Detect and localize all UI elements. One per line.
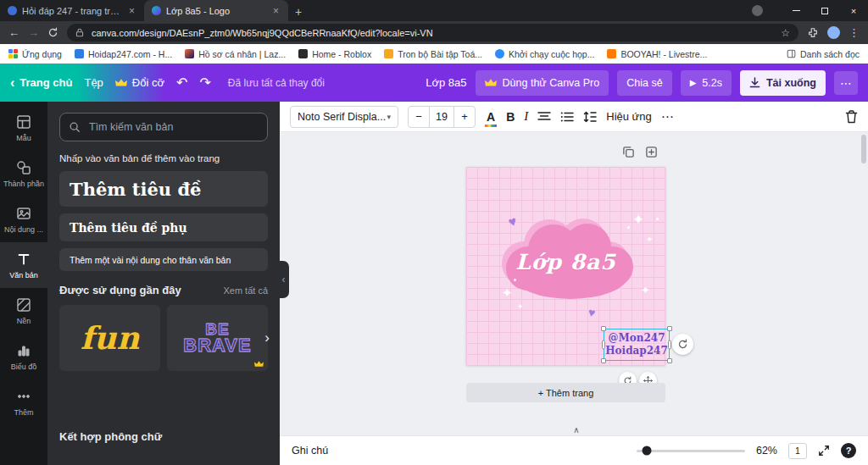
width-handle[interactable]	[668, 340, 671, 350]
redo-button[interactable]: ↷	[199, 75, 210, 91]
profile-avatar[interactable]	[827, 26, 840, 39]
logo-text[interactable]: Lớp 8a5	[466, 250, 665, 274]
add-page-above-button[interactable]	[645, 146, 658, 158]
present-button[interactable]: ▶ 5.2s	[681, 70, 732, 96]
fullscreen-button[interactable]	[818, 445, 830, 457]
panel-collapse-button[interactable]: ‹	[278, 261, 289, 298]
sidebar-item-charts[interactable]: Biểu đồ	[0, 334, 47, 379]
close-icon[interactable]: ×	[127, 5, 136, 17]
collapse-panel-button[interactable]: ∧	[565, 425, 588, 435]
design-page[interactable]: Lớp 8a5 ♥ ♥ ✦ ✦ ✦ ✦ ✦ @Mon247 Hoidap247	[466, 167, 665, 365]
help-button[interactable]: ?	[841, 443, 856, 458]
extensions-puzzle-icon[interactable]	[807, 27, 819, 39]
selection-action-button[interactable]	[672, 334, 693, 355]
bookmark-star-icon[interactable]: ☆	[781, 27, 790, 39]
text-search-box[interactable]	[59, 113, 268, 141]
back-icon[interactable]: ←	[8, 27, 19, 38]
text-line: Hoidap247	[605, 345, 668, 357]
download-button[interactable]: Tải xuống	[740, 70, 826, 96]
browser-address-bar: ← → ☆ ⋮	[0, 21, 868, 44]
font-family-select[interactable]: Noto Serif Displa... ▾	[290, 106, 398, 128]
increase-font-button[interactable]: +	[454, 110, 475, 123]
header-more-button[interactable]: ⋯	[834, 71, 858, 95]
browser-profile-icon[interactable]	[752, 5, 763, 16]
file-menu-button[interactable]: Tệp	[84, 76, 103, 89]
notes-button[interactable]: Ghi chú	[292, 445, 328, 457]
zoom-slider[interactable]	[637, 450, 745, 452]
bookmark-apps[interactable]: Ứng dụng	[8, 49, 62, 59]
sidebar-item-text[interactable]: Văn bản	[0, 242, 47, 288]
url-field[interactable]: ☆	[67, 24, 798, 42]
bookmark-booyah[interactable]: BOOYAH! - Livestre...	[607, 49, 707, 59]
sidebar-item-uploads[interactable]: Nội dung ...	[0, 197, 47, 242]
resize-handle[interactable]	[667, 358, 672, 363]
templates-icon	[15, 113, 32, 130]
bookmark-roblox[interactable]: Home - Roblox	[298, 49, 371, 59]
zoom-slider-knob[interactable]	[642, 446, 651, 456]
reading-list-button[interactable]: Danh sách đọc	[787, 49, 860, 59]
browser-menu-icon[interactable]: ⋮	[849, 27, 860, 38]
canvas-scrollbar[interactable]	[861, 135, 866, 163]
width-handle[interactable]	[602, 340, 605, 350]
sidebar-item-more[interactable]: Thêm	[0, 379, 47, 425]
save-status: Đã lưu tất cả thay đổi	[228, 77, 325, 89]
new-tab-button[interactable]: +	[288, 3, 309, 21]
page-indicator[interactable]: 1	[788, 443, 807, 459]
search-input[interactable]	[87, 120, 259, 134]
sparkle-dot	[514, 279, 516, 281]
refresh-icon[interactable]	[47, 27, 58, 38]
effects-button[interactable]: Hiệu ứng	[606, 110, 652, 123]
bookmark-lazada[interactable]: Hồ sơ cá nhân | Laz...	[185, 49, 286, 59]
alignment-button[interactable]	[537, 111, 551, 123]
add-body-text-button[interactable]: Thêm một vài nội dung cho thân văn bản	[59, 248, 268, 271]
zoom-value[interactable]: 62%	[756, 445, 777, 457]
url-input[interactable]	[90, 27, 775, 39]
sidebar-item-elements[interactable]: Thành phần	[0, 151, 47, 197]
decrease-font-button[interactable]: −	[409, 110, 429, 123]
duplicate-page-button[interactable]	[622, 146, 635, 158]
bold-button[interactable]: B	[506, 110, 515, 124]
resize-handle[interactable]	[667, 326, 672, 331]
add-page-button[interactable]: + Thêm trang	[466, 383, 665, 402]
sidebar-item-templates[interactable]: Mẫu	[0, 105, 47, 151]
font-family-value: Noto Serif Displa...	[298, 111, 386, 123]
text-style-tile-fun[interactable]: fun	[59, 305, 160, 371]
resize-button[interactable]: Đổi cỡ	[115, 76, 164, 89]
delete-element-button[interactable]	[845, 110, 858, 124]
sidebar-item-background[interactable]: Nền	[0, 288, 47, 334]
selected-text-element[interactable]: @Mon247 Hoidap247	[604, 329, 670, 361]
text-color-button[interactable]: A	[485, 110, 497, 124]
text-style-tile-be-brave[interactable]: BE BRAVE	[167, 305, 268, 371]
share-button[interactable]: Chia sẻ	[617, 70, 671, 96]
bookmark-toan[interactable]: Tron bộ Bài tập Toá...	[384, 49, 482, 59]
resize-handle[interactable]	[601, 326, 606, 331]
list-button[interactable]	[560, 111, 574, 123]
browser-tab-canva[interactable]: Lớp 8a5 - Logo ×	[144, 0, 288, 21]
browser-tab-hoidap[interactable]: Hỏi đáp 247 - trang tra loi ×	[0, 0, 144, 21]
undo-button[interactable]: ↶	[176, 75, 187, 91]
close-icon[interactable]: ×	[271, 5, 281, 17]
spacing-button[interactable]	[583, 111, 597, 123]
window-minimize-button[interactable]	[782, 0, 810, 21]
toolbar-more-button[interactable]: ⋯	[661, 109, 674, 125]
add-subheading-button[interactable]: Thêm tiêu đề phụ	[59, 213, 268, 241]
window-close-button[interactable]: ×	[839, 0, 868, 21]
tiles-next-button[interactable]: ›	[264, 329, 270, 346]
bookmark-zoom[interactable]: Khởi chạy cuộc họp...	[495, 49, 594, 59]
design-title[interactable]: Lớp 8a5	[426, 76, 466, 89]
canva-header: ‹ Trang chủ Tệp Đổi cỡ ↶ ↷ Đã lưu tất cả…	[0, 64, 868, 102]
add-heading-button[interactable]: Thêm tiêu đề	[59, 171, 268, 207]
font-size-value[interactable]: 19	[429, 107, 454, 127]
canvas-area[interactable]: Lớp 8a5 ♥ ♥ ✦ ✦ ✦ ✦ ✦ @Mon247 Hoidap247	[280, 132, 868, 435]
window-maximize-button[interactable]	[810, 0, 839, 21]
download-icon	[749, 77, 760, 88]
forward-icon[interactable]: →	[28, 27, 39, 38]
italic-button[interactable]: I	[524, 109, 528, 124]
bookmark-hoidap[interactable]: Hoidap247.com - H...	[75, 49, 172, 59]
see-all-link[interactable]: Xem tất cả	[223, 285, 268, 296]
add-page-icon	[645, 146, 658, 158]
try-pro-button[interactable]: Dùng thử Canva Pro	[476, 70, 609, 96]
resize-handle[interactable]	[601, 358, 606, 363]
heart-icon[interactable]: ♥	[587, 305, 596, 319]
home-button[interactable]: ‹ Trang chủ	[10, 76, 72, 90]
